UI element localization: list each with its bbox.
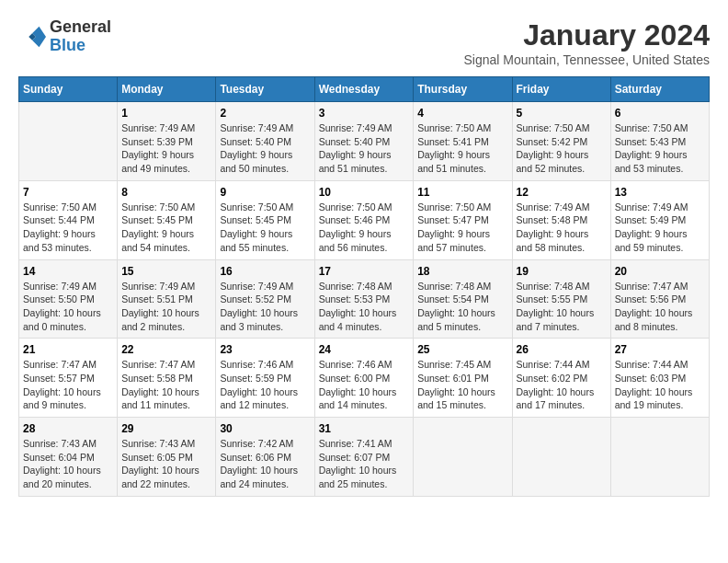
day-info: Sunrise: 7:48 AM Sunset: 5:53 PM Dayligh… xyxy=(319,280,410,334)
day-number: 24 xyxy=(319,343,410,356)
day-number: 6 xyxy=(615,107,705,120)
day-info: Sunrise: 7:47 AM Sunset: 5:58 PM Dayligh… xyxy=(121,358,211,412)
day-number: 10 xyxy=(319,186,410,199)
day-number: 22 xyxy=(121,343,211,356)
calendar-cell: 27Sunrise: 7:44 AM Sunset: 6:03 PM Dayli… xyxy=(610,339,709,418)
day-info: Sunrise: 7:50 AM Sunset: 5:45 PM Dayligh… xyxy=(220,201,310,255)
calendar-cell: 21Sunrise: 7:47 AM Sunset: 5:57 PM Dayli… xyxy=(19,339,118,418)
header-friday: Friday xyxy=(512,77,610,102)
day-number: 9 xyxy=(220,186,310,199)
calendar-cell: 19Sunrise: 7:48 AM Sunset: 5:55 PM Dayli… xyxy=(512,259,610,339)
day-info: Sunrise: 7:44 AM Sunset: 6:03 PM Dayligh… xyxy=(615,358,705,412)
week-row-2: 7Sunrise: 7:50 AM Sunset: 5:44 PM Daylig… xyxy=(19,180,710,259)
calendar-cell: 12Sunrise: 7:49 AM Sunset: 5:48 PM Dayli… xyxy=(512,180,610,259)
day-info: Sunrise: 7:47 AM Sunset: 5:57 PM Dayligh… xyxy=(23,358,113,412)
day-info: Sunrise: 7:49 AM Sunset: 5:40 PM Dayligh… xyxy=(319,121,410,176)
day-number: 27 xyxy=(615,343,705,356)
calendar-table: SundayMondayTuesdayWednesdayThursdayFrid… xyxy=(18,76,710,497)
calendar-cell: 29Sunrise: 7:43 AM Sunset: 6:05 PM Dayli… xyxy=(118,418,216,497)
calendar-cell: 28Sunrise: 7:43 AM Sunset: 6:04 PM Dayli… xyxy=(19,418,118,497)
day-info: Sunrise: 7:50 AM Sunset: 5:47 PM Dayligh… xyxy=(417,201,507,255)
calendar-cell: 6Sunrise: 7:50 AM Sunset: 5:43 PM Daylig… xyxy=(610,102,709,181)
day-info: Sunrise: 7:43 AM Sunset: 6:05 PM Dayligh… xyxy=(121,437,211,491)
day-number: 30 xyxy=(220,422,310,435)
day-number: 8 xyxy=(121,186,211,199)
day-info: Sunrise: 7:50 AM Sunset: 5:41 PM Dayligh… xyxy=(417,121,507,176)
day-number: 16 xyxy=(220,265,310,278)
day-number: 1 xyxy=(121,107,211,120)
day-info: Sunrise: 7:48 AM Sunset: 5:55 PM Dayligh… xyxy=(517,280,607,334)
day-number: 11 xyxy=(417,186,507,199)
calendar-cell xyxy=(414,418,512,497)
day-info: Sunrise: 7:44 AM Sunset: 6:02 PM Dayligh… xyxy=(517,358,607,412)
header-wednesday: Wednesday xyxy=(314,77,414,102)
week-row-5: 28Sunrise: 7:43 AM Sunset: 6:04 PM Dayli… xyxy=(19,418,710,497)
day-info: Sunrise: 7:46 AM Sunset: 6:00 PM Dayligh… xyxy=(319,358,410,412)
day-number: 2 xyxy=(220,107,310,120)
day-info: Sunrise: 7:49 AM Sunset: 5:48 PM Dayligh… xyxy=(517,201,607,255)
header-saturday: Saturday xyxy=(610,77,709,102)
calendar-cell: 15Sunrise: 7:49 AM Sunset: 5:51 PM Dayli… xyxy=(118,259,216,339)
day-number: 15 xyxy=(121,265,211,278)
day-number: 29 xyxy=(121,422,211,435)
day-number: 5 xyxy=(517,107,607,120)
day-number: 26 xyxy=(517,343,607,356)
day-number: 23 xyxy=(220,343,310,356)
day-info: Sunrise: 7:41 AM Sunset: 6:07 PM Dayligh… xyxy=(319,437,410,491)
day-info: Sunrise: 7:49 AM Sunset: 5:49 PM Dayligh… xyxy=(615,201,705,255)
day-info: Sunrise: 7:50 AM Sunset: 5:44 PM Dayligh… xyxy=(23,201,113,255)
logo-icon xyxy=(18,23,46,51)
day-number: 25 xyxy=(417,343,507,356)
calendar-cell xyxy=(610,418,709,497)
calendar-cell: 14Sunrise: 7:49 AM Sunset: 5:50 PM Dayli… xyxy=(19,259,118,339)
calendar-cell: 16Sunrise: 7:49 AM Sunset: 5:52 PM Dayli… xyxy=(216,259,314,339)
calendar-cell: 22Sunrise: 7:47 AM Sunset: 5:58 PM Dayli… xyxy=(118,339,216,418)
day-number: 14 xyxy=(23,265,113,278)
day-info: Sunrise: 7:49 AM Sunset: 5:52 PM Dayligh… xyxy=(220,280,310,334)
calendar-cell: 2Sunrise: 7:49 AM Sunset: 5:40 PM Daylig… xyxy=(216,102,314,181)
calendar-cell: 23Sunrise: 7:46 AM Sunset: 5:59 PM Dayli… xyxy=(216,339,314,418)
calendar-cell: 17Sunrise: 7:48 AM Sunset: 5:53 PM Dayli… xyxy=(314,259,414,339)
calendar-cell: 4Sunrise: 7:50 AM Sunset: 5:41 PM Daylig… xyxy=(414,102,512,181)
calendar-cell: 31Sunrise: 7:41 AM Sunset: 6:07 PM Dayli… xyxy=(314,418,414,497)
calendar-cell: 20Sunrise: 7:47 AM Sunset: 5:56 PM Dayli… xyxy=(610,259,709,339)
calendar-cell: 1Sunrise: 7:49 AM Sunset: 5:39 PM Daylig… xyxy=(118,102,216,181)
calendar-cell: 10Sunrise: 7:50 AM Sunset: 5:46 PM Dayli… xyxy=(314,180,414,259)
day-info: Sunrise: 7:49 AM Sunset: 5:40 PM Dayligh… xyxy=(220,121,310,176)
calendar-cell: 26Sunrise: 7:44 AM Sunset: 6:02 PM Dayli… xyxy=(512,339,610,418)
day-info: Sunrise: 7:46 AM Sunset: 5:59 PM Dayligh… xyxy=(220,358,310,412)
calendar-cell: 30Sunrise: 7:42 AM Sunset: 6:06 PM Dayli… xyxy=(216,418,314,497)
logo: General Blue xyxy=(18,18,111,55)
header-monday: Monday xyxy=(118,77,216,102)
day-info: Sunrise: 7:50 AM Sunset: 5:46 PM Dayligh… xyxy=(319,201,410,255)
calendar-cell: 9Sunrise: 7:50 AM Sunset: 5:45 PM Daylig… xyxy=(216,180,314,259)
header-row: SundayMondayTuesdayWednesdayThursdayFrid… xyxy=(19,77,710,102)
calendar-cell: 18Sunrise: 7:48 AM Sunset: 5:54 PM Dayli… xyxy=(414,259,512,339)
calendar-cell: 3Sunrise: 7:49 AM Sunset: 5:40 PM Daylig… xyxy=(314,102,414,181)
day-number: 13 xyxy=(615,186,705,199)
title-block: January 2024 Signal Mountain, Tennessee,… xyxy=(464,18,710,67)
day-number: 3 xyxy=(319,107,410,120)
day-info: Sunrise: 7:42 AM Sunset: 6:06 PM Dayligh… xyxy=(220,437,310,491)
calendar-cell: 25Sunrise: 7:45 AM Sunset: 6:01 PM Dayli… xyxy=(414,339,512,418)
day-number: 4 xyxy=(417,107,507,120)
header-sunday: Sunday xyxy=(19,77,118,102)
week-row-3: 14Sunrise: 7:49 AM Sunset: 5:50 PM Dayli… xyxy=(19,259,710,339)
day-number: 7 xyxy=(23,186,113,199)
day-number: 17 xyxy=(319,265,410,278)
day-number: 28 xyxy=(23,422,113,435)
subtitle: Signal Mountain, Tennessee, United State… xyxy=(464,52,710,67)
calendar-cell: 7Sunrise: 7:50 AM Sunset: 5:44 PM Daylig… xyxy=(19,180,118,259)
calendar-cell: 11Sunrise: 7:50 AM Sunset: 5:47 PM Dayli… xyxy=(414,180,512,259)
header-tuesday: Tuesday xyxy=(216,77,314,102)
week-row-1: 1Sunrise: 7:49 AM Sunset: 5:39 PM Daylig… xyxy=(19,102,710,181)
calendar-cell: 24Sunrise: 7:46 AM Sunset: 6:00 PM Dayli… xyxy=(314,339,414,418)
page-header: General Blue January 2024 Signal Mountai… xyxy=(18,18,710,67)
day-number: 20 xyxy=(615,265,705,278)
calendar-cell xyxy=(19,102,118,181)
calendar-cell: 8Sunrise: 7:50 AM Sunset: 5:45 PM Daylig… xyxy=(118,180,216,259)
day-info: Sunrise: 7:49 AM Sunset: 5:39 PM Dayligh… xyxy=(121,121,211,176)
day-info: Sunrise: 7:45 AM Sunset: 6:01 PM Dayligh… xyxy=(417,358,507,412)
day-number: 12 xyxy=(517,186,607,199)
main-title: January 2024 xyxy=(464,18,710,52)
